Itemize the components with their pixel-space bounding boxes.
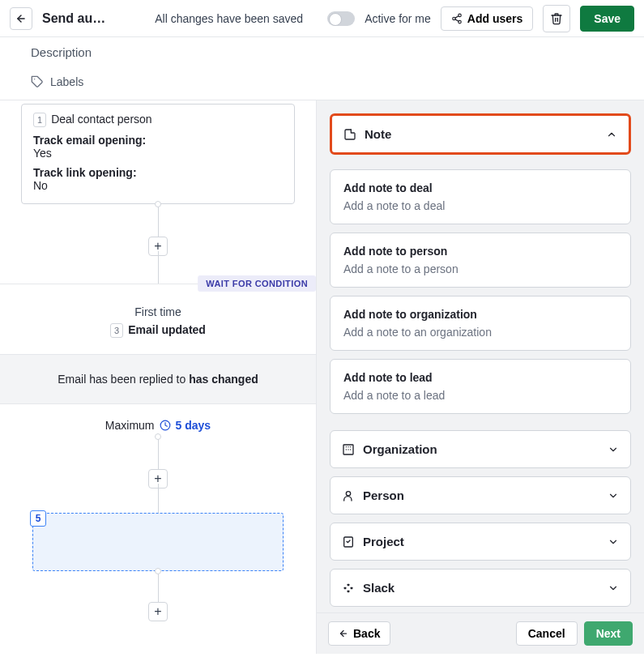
option-add-note-person[interactable]: Add note to person Add a note to a perso… (330, 233, 631, 288)
workflow-canvas: 1Deal contact person Track email opening… (0, 100, 316, 654)
note-icon (343, 128, 356, 141)
condition-badge: 3 (110, 323, 123, 338)
condition-changed-band[interactable]: Email has been replied to has changed (0, 354, 316, 404)
option-title: Add note to person (343, 245, 617, 258)
connector-line (158, 251, 159, 284)
panel-person: Person (330, 476, 631, 514)
tag-icon (31, 75, 44, 88)
track-link-value: No (33, 179, 283, 192)
labels-text: Labels (50, 75, 83, 88)
changed-bold: has changed (189, 373, 258, 386)
panel-slack-head[interactable]: Slack (331, 570, 630, 606)
track-email-label: Track email opening: (33, 134, 283, 147)
add-users-button[interactable]: Add users (441, 6, 533, 31)
panel-person-title: Person (363, 488, 599, 502)
drop-zone-number: 5 (30, 510, 46, 527)
header: Send au… All changes have been saved Act… (0, 0, 644, 37)
condition-text: Email updated (128, 323, 206, 336)
active-toggle[interactable] (327, 11, 355, 26)
sidebar-scroll: Note Add note to deal Add a note to a de… (317, 100, 644, 612)
note-options: Add note to deal Add a note to a deal Ad… (330, 163, 631, 430)
chevron-down-icon (608, 582, 619, 594)
panel-organization: Organization (330, 430, 631, 468)
action-sidebar: Note Add note to deal Add a note to a de… (316, 100, 644, 654)
description-row[interactable]: Description (0, 37, 644, 67)
workflow-card-email[interactable]: 1Deal contact person Track email opening… (21, 104, 295, 204)
chevron-down-icon (608, 490, 619, 501)
sidebar-footer: Back Cancel Next (317, 612, 644, 654)
chevron-down-icon (608, 444, 619, 455)
next-label: Next (596, 627, 621, 640)
delete-button[interactable] (543, 5, 570, 32)
clock-icon (160, 420, 171, 431)
svg-line-4 (455, 15, 458, 17)
svg-rect-16 (344, 587, 347, 589)
maximum-row[interactable]: Maximum 5 days (0, 404, 316, 437)
card-badge-text: Deal contact person (51, 113, 152, 126)
page-title: Send au… (42, 11, 105, 26)
slack-icon (342, 582, 355, 595)
option-title: Add note to organization (343, 308, 617, 321)
panel-note-title: Note (365, 127, 598, 141)
connector-dot (155, 433, 161, 440)
share-icon (451, 13, 463, 24)
changed-prefix: Email has been replied to (58, 373, 189, 386)
connector-dot (155, 568, 161, 574)
option-add-note-deal[interactable]: Add note to deal Add a note to a deal (330, 169, 631, 224)
arrow-left-icon (339, 629, 348, 638)
option-sub: Add a note to a lead (343, 389, 617, 402)
back-button[interactable] (10, 7, 32, 30)
svg-line-3 (455, 19, 458, 20)
add-step-button[interactable]: + (148, 602, 168, 621)
active-toggle-label: Active for me (365, 12, 431, 25)
svg-rect-17 (348, 583, 350, 586)
svg-rect-18 (351, 587, 353, 589)
panel-project-head[interactable]: Project (331, 523, 630, 560)
saved-status: All changes have been saved (155, 12, 303, 25)
cancel-button[interactable]: Cancel (516, 621, 578, 646)
card-badge: 1 (33, 113, 46, 127)
option-title: Add note to deal (343, 181, 617, 194)
next-button[interactable]: Next (584, 621, 633, 646)
option-add-note-lead[interactable]: Add note to lead Add a note to a lead (330, 359, 631, 414)
panel-person-head[interactable]: Person (331, 477, 630, 514)
option-sub: Add a note to an organization (343, 326, 617, 339)
connector-line (158, 484, 159, 513)
person-icon (342, 489, 355, 502)
panel-project: Project (330, 523, 631, 561)
maximum-label: Maximum (105, 419, 155, 432)
main: 1Deal contact person Track email opening… (0, 100, 644, 654)
option-add-note-organization[interactable]: Add note to organization Add a note to a… (330, 296, 631, 351)
organization-icon (342, 443, 355, 456)
option-sub: Add a note to a deal (343, 199, 617, 212)
panel-organization-head[interactable]: Organization (331, 431, 630, 467)
back-button-footer[interactable]: Back (328, 621, 390, 646)
track-link-label: Track link opening: (33, 166, 283, 179)
condition-first-time: First time (0, 305, 316, 318)
save-button[interactable]: Save (580, 6, 634, 32)
back-label: Back (353, 627, 380, 640)
add-users-label: Add users (467, 12, 522, 25)
connector-dot (155, 201, 161, 207)
wait-condition-pill: WAIT FOR CONDITION (198, 275, 316, 292)
svg-rect-19 (348, 590, 350, 592)
drop-zone[interactable]: 5 (32, 513, 284, 571)
track-email-value: Yes (33, 147, 283, 160)
maximum-days: 5 days (176, 419, 211, 432)
chevron-down-icon (608, 536, 619, 548)
save-label: Save (594, 12, 621, 25)
option-title: Add note to lead (343, 371, 617, 384)
svg-point-14 (346, 491, 350, 495)
trash-icon (550, 12, 563, 25)
panel-organization-title: Organization (363, 442, 599, 456)
arrow-left-icon (15, 13, 27, 24)
chevron-up-icon (606, 129, 617, 140)
panel-slack-title: Slack (363, 581, 599, 595)
option-sub: Add a note to a person (343, 262, 617, 275)
panel-note: Note (330, 113, 631, 155)
panel-slack: Slack (330, 569, 631, 607)
cancel-label: Cancel (528, 627, 565, 640)
labels-row[interactable]: Labels (0, 67, 644, 100)
panel-project-title: Project (363, 535, 599, 548)
panel-note-head[interactable]: Note (332, 116, 629, 152)
